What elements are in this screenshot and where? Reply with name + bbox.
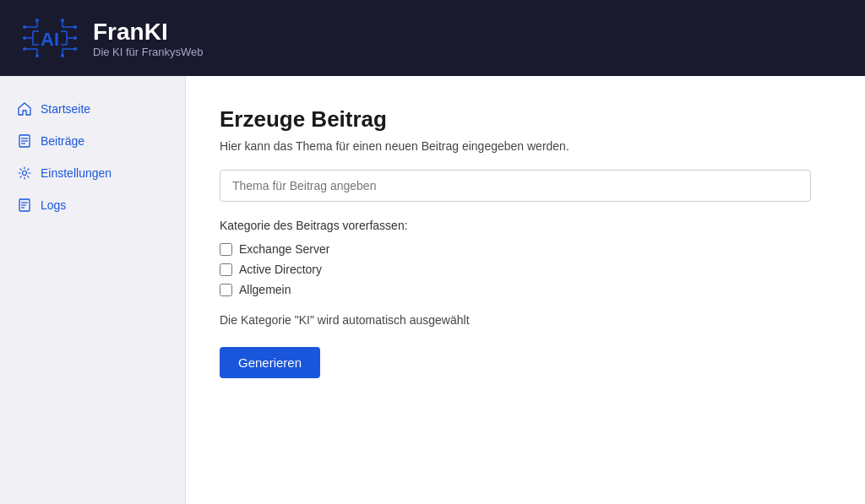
app-title: FranKI [93,18,204,46]
svg-point-10 [23,25,26,29]
sidebar-label-beitraege: Beiträge [41,134,84,148]
sidebar-item-einstellungen[interactable]: Einstellungen [0,157,185,189]
checkbox-active-directory-input[interactable] [220,263,232,276]
checkbox-exchange-server-label: Exchange Server [239,242,329,256]
auto-category-note: Die Kategorie "KI" wird automatisch ausg… [220,313,831,327]
page-title: Erzeuge Beitrag [220,106,831,133]
sidebar-item-beitraege[interactable]: Beiträge [0,125,185,157]
app-subtitle: Die KI für FrankysWeb [93,46,204,58]
checkbox-active-directory[interactable]: Active Directory [220,263,831,276]
svg-point-28 [61,54,64,57]
settings-icon [17,165,32,181]
sidebar-label-einstellungen: Einstellungen [41,166,112,180]
home-icon [17,101,32,117]
checkbox-allgemein-label: Allgemein [239,283,291,296]
svg-point-26 [73,47,77,51]
document-icon [17,133,32,149]
category-checkboxes: Exchange Server Active Directory Allgeme… [220,242,831,296]
svg-point-12 [23,47,26,51]
svg-point-11 [23,36,26,40]
app-logo: AI [20,10,79,66]
sidebar-label-startseite: Startseite [41,102,90,116]
main-content: Erzeuge Beitrag Hier kann das Thema für … [186,76,865,504]
checkbox-allgemein-input[interactable] [220,284,232,296]
checkbox-exchange-server-input[interactable] [220,243,232,256]
sidebar-label-logs: Logs [41,198,66,212]
svg-point-25 [73,36,77,40]
category-label: Kategorie des Beitrags vorerfassen: [220,219,831,232]
svg-point-34 [23,171,27,176]
generate-button[interactable]: Generieren [220,347,320,378]
svg-point-27 [61,19,64,22]
svg-point-24 [73,25,77,29]
svg-text:AI: AI [41,29,59,50]
app-header: AI FranKI Die KI für FrankysWeb [0,0,865,76]
checkbox-active-directory-label: Active Directory [239,263,322,276]
checkbox-exchange-server[interactable]: Exchange Server [220,242,831,256]
header-branding: FranKI Die KI für FrankysWeb [93,18,204,59]
logs-icon [17,198,32,213]
svg-point-13 [35,19,39,22]
topic-input[interactable] [220,170,811,202]
sidebar: Startseite Beiträge Einstellungen [0,76,186,504]
checkbox-allgemein[interactable]: Allgemein [220,283,831,296]
svg-point-14 [35,54,39,57]
sidebar-item-startseite[interactable]: Startseite [0,93,185,125]
page-subtitle: Hier kann das Thema für einen neuen Beit… [220,139,831,153]
sidebar-item-logs[interactable]: Logs [0,189,185,221]
